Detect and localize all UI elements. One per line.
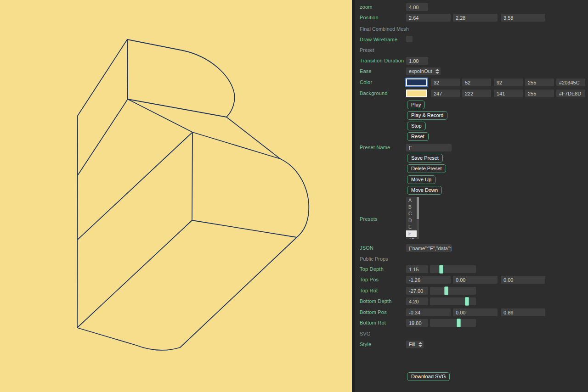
wireframe-edge xyxy=(280,159,309,237)
top-pos-x-input[interactable] xyxy=(406,276,451,284)
background-g-input[interactable] xyxy=(462,90,491,97)
bottom-depth-input[interactable] xyxy=(406,297,428,305)
bottom-depth-label: Bottom Depth xyxy=(360,298,392,304)
color-label: Color xyxy=(360,79,372,85)
bottom-pos-z-input[interactable] xyxy=(501,308,545,316)
position-label: Position xyxy=(360,15,379,20)
color-swatch[interactable] xyxy=(406,78,427,86)
bottom-pos-label: Bottom Pos xyxy=(360,309,387,315)
top-depth-slider[interactable] xyxy=(430,265,476,273)
delete-preset-button[interactable]: Delete Preset xyxy=(407,164,446,173)
move-up-button[interactable]: Move Up xyxy=(407,175,435,184)
color-a-input[interactable] xyxy=(525,78,554,86)
3d-viewport[interactable] xyxy=(0,0,352,392)
section-preset: Preset xyxy=(360,47,374,53)
wireframe-edge xyxy=(192,220,297,237)
presets-scrollbar-thumb[interactable] xyxy=(417,197,419,219)
wireframe-edge xyxy=(77,39,127,328)
wireframe-edge xyxy=(77,237,297,350)
updown-arrows-icon xyxy=(418,342,422,347)
wireframe-edge xyxy=(192,132,280,159)
draw-wireframe-checkbox[interactable] xyxy=(406,36,413,42)
json-label: JSON xyxy=(360,245,373,251)
background-a-input[interactable] xyxy=(525,90,554,97)
top-depth-slider-thumb[interactable] xyxy=(439,265,443,274)
wireframe-edge xyxy=(77,220,192,328)
top-depth-input[interactable] xyxy=(406,265,428,273)
bottom-depth-slider-thumb[interactable] xyxy=(465,297,469,306)
wireframe-edge xyxy=(128,99,192,132)
bottom-pos-x-input[interactable] xyxy=(406,308,451,316)
bottom-pos-y-input[interactable] xyxy=(453,308,498,316)
position-x-input[interactable] xyxy=(406,14,451,22)
transition-duration-label: Transition Duration xyxy=(360,58,404,63)
background-r-input[interactable] xyxy=(431,90,460,97)
style-label: Style xyxy=(360,342,371,347)
bottom-depth-slider[interactable] xyxy=(430,297,476,305)
wireframe-edge xyxy=(226,117,280,159)
top-pos-y-input[interactable] xyxy=(453,276,498,284)
bottom-rot-slider[interactable] xyxy=(430,319,476,327)
top-depth-label: Top Depth xyxy=(360,266,384,272)
ease-label: Ease xyxy=(360,68,372,74)
wireframe-edge xyxy=(127,39,235,117)
save-preset-button[interactable]: Save Preset xyxy=(407,154,443,162)
section-final-combined-mesh: Final Combined Mesh xyxy=(360,26,409,32)
reset-button[interactable]: Reset xyxy=(407,132,429,141)
color-b-input[interactable] xyxy=(494,78,523,86)
position-z-input[interactable] xyxy=(501,14,545,22)
background-swatch[interactable] xyxy=(406,90,427,97)
app-window: zoom Position Final Combined Mesh Draw W… xyxy=(0,0,588,392)
presets-label: Presets xyxy=(360,216,378,222)
presets-list[interactable]: ABCDEFAB xyxy=(406,197,419,239)
style-select-value: Fill xyxy=(409,342,415,347)
top-pos-label: Top Pos xyxy=(360,277,379,282)
draw-wireframe-label: Draw Wireframe xyxy=(360,37,397,42)
bottom-rot-label: Bottom Rot xyxy=(360,320,386,325)
bottom-rot-slider-thumb[interactable] xyxy=(457,319,461,327)
background-b-input[interactable] xyxy=(494,90,523,97)
wireframe-edge xyxy=(192,132,192,220)
play-record-button[interactable]: Play & Record xyxy=(407,111,447,120)
ease-select-value: expoInOut xyxy=(409,68,432,74)
background-hex-input[interactable] xyxy=(556,90,585,97)
updown-arrows-icon xyxy=(435,69,439,74)
download-svg-button[interactable]: Download SVG xyxy=(407,372,450,381)
background-label: Background xyxy=(360,90,388,96)
ease-select[interactable]: expoInOut xyxy=(406,67,441,75)
move-down-button[interactable]: Move Down xyxy=(407,186,442,195)
section-public-props: Public Props xyxy=(360,256,388,262)
transition-duration-input[interactable] xyxy=(406,57,428,65)
color-g-input[interactable] xyxy=(462,78,491,86)
zoom-label: zoom xyxy=(360,4,373,10)
control-panel: zoom Position Final Combined Mesh Draw W… xyxy=(352,0,588,392)
color-r-input[interactable] xyxy=(431,78,460,86)
stop-button[interactable]: Stop xyxy=(407,122,426,130)
preset-name-label: Preset Name xyxy=(360,145,390,150)
bottom-rot-input[interactable] xyxy=(406,319,428,327)
top-rot-label: Top Rot xyxy=(360,288,378,293)
play-button[interactable]: Play xyxy=(407,101,425,109)
wireframe-edge xyxy=(78,99,128,175)
preset-name-input[interactable] xyxy=(406,144,452,151)
top-rot-slider-thumb[interactable] xyxy=(444,286,448,295)
top-rot-input[interactable] xyxy=(406,287,428,295)
style-select[interactable]: Fill xyxy=(406,341,424,348)
top-pos-z-input[interactable] xyxy=(501,276,545,284)
zoom-input[interactable] xyxy=(406,3,428,11)
section-svg: SVG xyxy=(360,331,370,336)
top-rot-slider[interactable] xyxy=(430,287,476,295)
letter-b-wireframe xyxy=(0,0,352,392)
color-hex-input[interactable] xyxy=(556,78,585,86)
json-input[interactable] xyxy=(406,244,452,252)
position-y-input[interactable] xyxy=(453,14,498,22)
wireframe-edge xyxy=(127,39,128,99)
